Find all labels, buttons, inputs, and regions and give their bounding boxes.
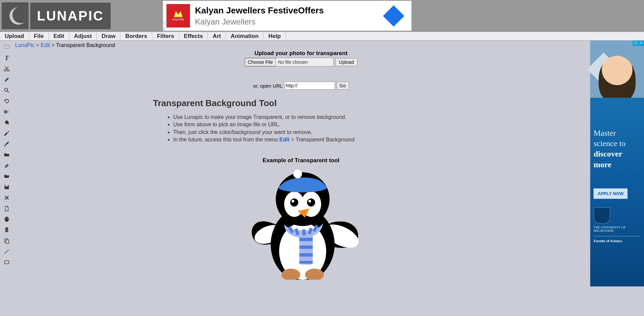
eyedropper-tool-icon[interactable] (3, 130, 10, 137)
ad-close-buttons: ⓘ✕ (633, 41, 644, 46)
svg-point-3 (5, 88, 8, 91)
line-tool-icon[interactable] (3, 248, 10, 255)
upload-button[interactable]: Upload (335, 58, 357, 66)
menu-animation[interactable]: Animation (226, 32, 264, 41)
svg-point-21 (307, 198, 315, 207)
menu-borders[interactable]: Borders (120, 32, 152, 41)
list-item: Then, just click the color/background yo… (173, 129, 587, 136)
svg-rect-28 (299, 253, 313, 257)
file-chosen-label: No file chosen (276, 59, 333, 65)
menubar: Upload File Edit Adjust Draw Borders Fil… (0, 32, 644, 41)
ad-faculty: Faculty of Science (594, 236, 641, 243)
menu-draw[interactable]: Draw (97, 32, 121, 41)
svg-point-20 (292, 200, 294, 202)
menu-adjust[interactable]: Adjust (69, 32, 97, 41)
tool-description-list: Use Lunapic to make your image Transpare… (166, 114, 587, 144)
clipboard-tool-icon[interactable] (3, 227, 10, 233)
logo-text: LUNAPIC (30, 3, 111, 29)
svg-rect-5 (5, 228, 8, 232)
menu-edit[interactable]: Edit (49, 32, 69, 41)
new-doc-tool-icon[interactable] (3, 205, 10, 212)
rotate-tool-icon[interactable] (3, 98, 10, 104)
menu-filters[interactable]: Filters (152, 32, 179, 41)
rectangle-tool-icon[interactable] (3, 259, 10, 266)
ad-banner-top[interactable]: ⓘ▷ KALYAN Kalyan Jewellers FestiveOffers… (163, 1, 412, 31)
svg-point-23 (278, 182, 327, 192)
ad-banner-right[interactable]: ⓘ✕ Master science to discover more APPLY… (590, 41, 644, 286)
menu-upload[interactable]: Upload (0, 32, 29, 41)
edit-link[interactable]: Edit (279, 137, 290, 142)
breadcrumb-edit[interactable]: Edit (41, 42, 50, 48)
svg-rect-6 (6, 227, 7, 229)
svg-rect-4 (4, 110, 9, 114)
list-item: In the future, access this tool from the… (173, 136, 587, 143)
ad-arrow-icon (383, 5, 404, 27)
ad-headline: Master science to discover more (594, 128, 641, 170)
save-tool-icon[interactable] (3, 184, 10, 190)
svg-rect-9 (5, 261, 9, 264)
copy-tool-icon[interactable] (3, 237, 10, 244)
go-button[interactable]: Go (337, 82, 349, 90)
open-tool-icon[interactable] (3, 173, 10, 180)
upload-title: Upload your photo for transparent (15, 50, 587, 57)
university-crest-icon (594, 207, 610, 224)
file-input[interactable]: Choose File No file chosen (244, 58, 334, 66)
menu-help[interactable]: Help (264, 32, 286, 41)
svg-rect-26 (299, 238, 313, 241)
menu-art[interactable]: Art (208, 32, 226, 41)
gradient-tool-icon[interactable] (3, 108, 10, 115)
ad-subtitle: Kalyan Jewellers (195, 17, 324, 27)
ad-photo (590, 41, 644, 98)
tool-heading: Transparent Background Tool (153, 98, 587, 108)
apply-now-button[interactable]: APPLY NOW (594, 188, 628, 199)
example-penguin-image (230, 166, 372, 280)
svg-rect-0 (4, 45, 9, 49)
cut-tool-icon[interactable] (3, 65, 10, 72)
svg-point-22 (308, 200, 311, 202)
text-tool-icon[interactable]: T (3, 55, 10, 61)
menu-effects[interactable]: Effects (179, 32, 208, 41)
list-item: Use Lunapic to make your image Transpare… (173, 114, 587, 121)
brush-tool-icon[interactable] (3, 141, 10, 147)
eraser-tool-icon[interactable] (3, 162, 10, 169)
example-title: Example of Transparent tool (15, 157, 587, 164)
ad-university-name: THE UNIVERSITY OF MELBOURNE (594, 226, 641, 232)
ad-close-icon[interactable]: ✕ (639, 41, 643, 46)
pencil-tool-icon[interactable] (3, 76, 10, 83)
svg-rect-27 (299, 245, 313, 249)
fill-tool-icon[interactable] (3, 119, 10, 126)
logo-icon (2, 2, 29, 29)
print-tool-icon[interactable] (3, 216, 10, 223)
select-tool-icon[interactable] (3, 44, 10, 51)
ad-info-icon[interactable]: ⓘ▷ (163, 20, 167, 31)
url-input[interactable] (285, 82, 335, 90)
breadcrumb: LunaPic > Edit > Transparent Background (15, 41, 587, 50)
list-item: Use form above to pick an image file or … (173, 121, 587, 128)
menu-file[interactable]: File (29, 32, 49, 41)
choose-file-button[interactable]: Choose File (245, 58, 276, 66)
breadcrumb-home[interactable]: LunaPic (15, 42, 35, 48)
svg-point-24 (293, 170, 302, 178)
ad-title: Kalyan Jewellers FestiveOffers (195, 5, 324, 16)
folder-tool-icon[interactable] (3, 151, 10, 158)
header: LUNAPIC ⓘ▷ KALYAN Kalyan Jewellers Festi… (0, 0, 644, 32)
ad-info-icon[interactable]: ⓘ (633, 41, 639, 46)
ad-logo: KALYAN (166, 4, 190, 28)
logo[interactable]: LUNAPIC (2, 2, 111, 29)
main-content: LunaPic > Edit > Transparent Background … (13, 41, 590, 286)
svg-point-19 (290, 198, 298, 207)
svg-rect-29 (299, 261, 313, 264)
zoom-tool-icon[interactable] (3, 87, 10, 94)
breadcrumb-current: Transparent Background (56, 42, 115, 48)
svg-rect-8 (6, 240, 9, 243)
close-tool-icon[interactable] (3, 194, 10, 201)
url-label: or, open URL (253, 83, 282, 89)
tool-sidebar: T (0, 41, 13, 286)
